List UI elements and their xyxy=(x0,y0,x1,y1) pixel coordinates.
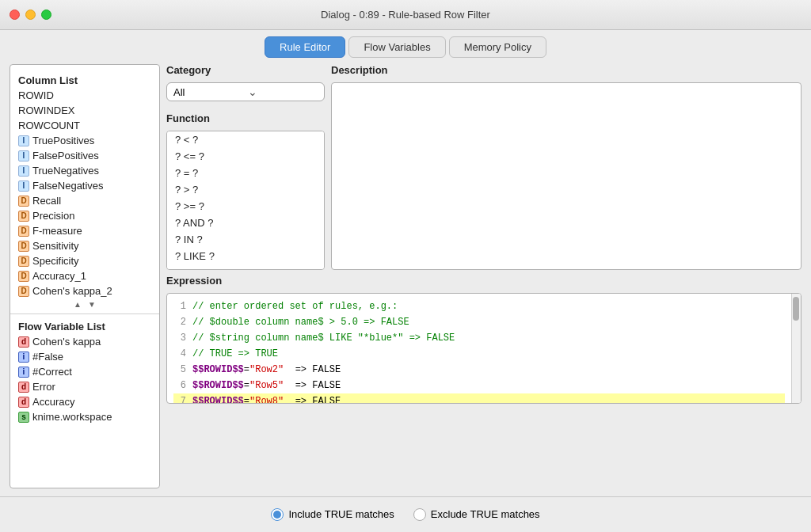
tab-memory-policy[interactable]: Memory Policy xyxy=(449,36,546,58)
section-divider xyxy=(10,314,159,314)
description-label: Description xyxy=(331,64,801,76)
col-false-positives: FalsePositives xyxy=(32,150,99,162)
list-item[interactable]: s knime.workspace xyxy=(10,409,159,424)
list-item[interactable]: D Sensitivity xyxy=(10,238,159,253)
scroll-up-icon[interactable]: ▲ xyxy=(74,300,82,309)
list-item[interactable]: ROWCOUNT xyxy=(10,118,159,133)
fv-error: Error xyxy=(32,381,55,393)
radio-inner xyxy=(273,511,281,519)
category-label: Category xyxy=(166,64,325,76)
list-item[interactable]: D F-measure xyxy=(10,223,159,238)
maximize-button[interactable] xyxy=(41,10,51,20)
col-specificity: Specificity xyxy=(32,255,79,267)
include-true-label: Include TRUE matches xyxy=(288,508,394,520)
type-badge-d: D xyxy=(18,241,29,252)
list-item[interactable]: d Error xyxy=(10,379,159,394)
col-recall: Recall xyxy=(32,195,61,207)
fv-workspace: knime.workspace xyxy=(32,411,112,423)
col-f-measure: F-measure xyxy=(32,225,82,237)
type-badge-d: D xyxy=(18,226,29,237)
list-item[interactable]: i #False xyxy=(10,349,159,364)
list-item[interactable]: I TruePositives xyxy=(10,133,159,148)
list-item[interactable]: I TrueNegatives xyxy=(10,163,159,178)
code-lines: 1 // enter ordered set of rules, e.g.: 2… xyxy=(167,297,801,404)
expression-box[interactable]: 1 // enter ordered set of rules, e.g.: 2… xyxy=(166,293,801,404)
fv-badge-s: s xyxy=(18,412,29,423)
rowcount-label: ROWCOUNT xyxy=(18,120,80,131)
tab-rule-editor[interactable]: Rule Editor xyxy=(265,36,345,58)
include-radio[interactable] xyxy=(271,508,284,521)
function-item[interactable]: ? IN ? xyxy=(167,231,324,248)
bottom-bar: Include TRUE matches Exclude TRUE matche… xyxy=(0,496,811,531)
scroll-thumb[interactable] xyxy=(793,297,799,321)
function-item[interactable]: ? < ? xyxy=(167,131,324,148)
function-item[interactable]: ? >= ? xyxy=(167,198,324,215)
tab-bar: Rule Editor Flow Variables Memory Policy xyxy=(0,30,811,64)
description-box xyxy=(331,82,801,270)
type-badge-d: D xyxy=(18,271,29,282)
list-item[interactable]: ROWID xyxy=(10,88,159,103)
col-false-negatives: FalseNegatives xyxy=(32,180,104,192)
list-item[interactable]: d Accuracy xyxy=(10,394,159,409)
col-cohens-kappa: Cohen's kappa_2 xyxy=(32,285,112,297)
fv-false: #False xyxy=(32,351,63,363)
function-item[interactable]: ? > ? xyxy=(167,181,324,198)
category-value: All xyxy=(173,86,243,98)
list-item[interactable]: D Cohen's kappa_2 xyxy=(10,283,159,298)
list-item[interactable]: D Accuracy_1 xyxy=(10,268,159,283)
col-sensitivity: Sensitivity xyxy=(32,240,79,252)
expression-label: Expression xyxy=(166,275,801,287)
tab-flow-variables[interactable]: Flow Variables xyxy=(348,36,445,58)
chevron-down-icon: ⌄ xyxy=(248,86,318,98)
fv-correct: #Correct xyxy=(32,366,72,378)
type-badge-d: D xyxy=(18,196,29,207)
list-item[interactable]: D Recall xyxy=(10,193,159,208)
right-panel: Category All ⌄ Function ? < ? ? <= ? ? =… xyxy=(166,64,801,488)
minimize-button[interactable] xyxy=(25,10,36,20)
exclude-radio[interactable] xyxy=(413,508,426,521)
list-item[interactable]: D Precision xyxy=(10,208,159,223)
col-true-negatives: TrueNegatives xyxy=(32,165,99,177)
function-item[interactable]: ? MATCHES ? xyxy=(167,264,324,270)
type-badge-d: D xyxy=(18,211,29,222)
main-container: Column List ROWID ROWINDEX ROWCOUNT I Tr… xyxy=(0,64,811,496)
scroll-down-icon[interactable]: ▼ xyxy=(88,300,96,309)
col-accuracy: Accuracy_1 xyxy=(32,270,86,282)
category-select[interactable]: All ⌄ xyxy=(166,82,325,101)
category-function-area: Category All ⌄ Function ? < ? ? <= ? ? =… xyxy=(166,64,325,270)
fv-badge-d: d xyxy=(18,382,29,393)
rowindex-label: ROWINDEX xyxy=(18,104,75,116)
window-title: Dialog - 0:89 - Rule-based Row Filter xyxy=(321,9,490,21)
col-precision: Precision xyxy=(32,210,74,222)
type-badge-i: I xyxy=(18,150,29,162)
list-item[interactable]: I FalsePositives xyxy=(10,148,159,163)
code-line-6: 6 $$ROWID$$="Row5" => FALSE xyxy=(173,378,785,393)
list-item[interactable]: d Cohen's kappa xyxy=(10,334,159,349)
scroll-arrows: ▲ ▼ xyxy=(10,298,159,310)
close-button[interactable] xyxy=(10,10,20,20)
function-item[interactable]: ? AND ? xyxy=(167,215,324,231)
fv-badge-d: d xyxy=(18,397,29,408)
type-badge-d: D xyxy=(18,256,29,267)
fv-cohens-kappa: Cohen's kappa xyxy=(32,336,101,348)
exclude-true-label: Exclude TRUE matches xyxy=(431,508,540,520)
code-line-4: 4 // TRUE => TRUE xyxy=(173,346,785,362)
scrollbar[interactable] xyxy=(791,294,801,403)
list-item[interactable]: I FalseNegatives xyxy=(10,178,159,193)
title-bar: Dialog - 0:89 - Rule-based Row Filter xyxy=(0,0,811,30)
list-item[interactable]: D Specificity xyxy=(10,253,159,268)
code-line-3: 3 // $string column name$ LIKE "*blue*" … xyxy=(173,330,785,346)
left-panel: Column List ROWID ROWINDEX ROWCOUNT I Tr… xyxy=(10,64,160,488)
include-true-option[interactable]: Include TRUE matches xyxy=(271,508,394,521)
function-label: Function xyxy=(166,112,325,124)
function-item[interactable]: ? LIKE ? xyxy=(167,248,324,264)
type-badge-i: I xyxy=(18,165,29,177)
function-item[interactable]: ? <= ? xyxy=(167,148,324,165)
type-badge-i: I xyxy=(18,180,29,192)
list-item[interactable]: i #Correct xyxy=(10,364,159,379)
function-item[interactable]: ? = ? xyxy=(167,165,324,181)
type-badge-i: I xyxy=(18,135,29,146)
list-item[interactable]: ROWINDEX xyxy=(10,103,159,118)
exclude-true-option[interactable]: Exclude TRUE matches xyxy=(413,508,540,521)
fv-badge-i: i xyxy=(18,367,29,378)
